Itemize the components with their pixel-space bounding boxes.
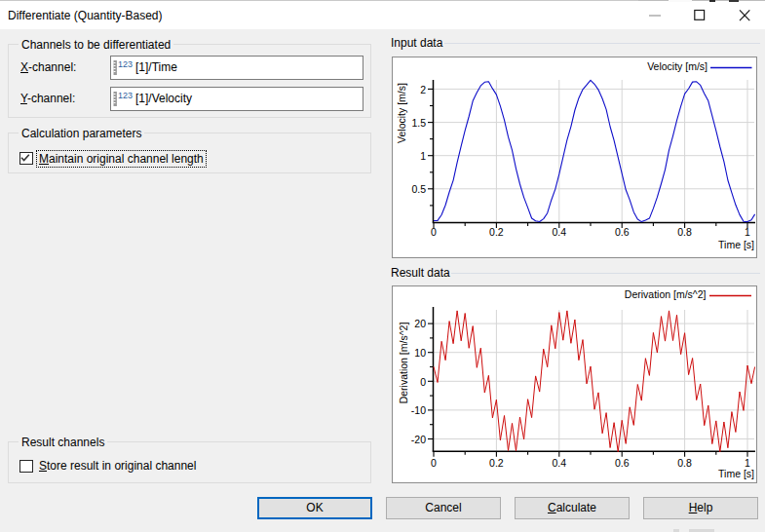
- svg-text:0.8: 0.8: [677, 457, 692, 469]
- svg-text:-10: -10: [411, 404, 426, 416]
- svg-text:0.4: 0.4: [552, 226, 566, 238]
- svg-text:Velocity [m/s]: Velocity [m/s]: [647, 60, 708, 72]
- svg-text:Time [s]: Time [s]: [718, 239, 754, 250]
- svg-text:0: 0: [431, 457, 437, 469]
- svg-text:Derivation [m/s^2]: Derivation [m/s^2]: [625, 288, 707, 300]
- svg-text:0.2: 0.2: [489, 457, 504, 469]
- svg-text:-20: -20: [411, 434, 426, 445]
- svg-text:0.6: 0.6: [615, 457, 630, 469]
- svg-text:Time [s]: Time [s]: [718, 468, 754, 479]
- svg-text:1: 1: [745, 226, 750, 238]
- svg-text:0.2: 0.2: [489, 226, 504, 238]
- svg-text:20: 20: [414, 318, 426, 329]
- svg-text:0.6: 0.6: [615, 226, 630, 238]
- svg-text:Velocity [m/s]: Velocity [m/s]: [396, 83, 407, 143]
- svg-text:Derivation [m/s^2]: Derivation [m/s^2]: [398, 323, 409, 404]
- svg-text:2: 2: [420, 84, 426, 95]
- svg-text:10: 10: [414, 347, 426, 359]
- svg-text:0: 0: [420, 376, 426, 388]
- svg-text:1.5: 1.5: [411, 117, 426, 129]
- svg-text:0.5: 0.5: [411, 183, 426, 195]
- svg-text:1: 1: [420, 150, 426, 162]
- svg-text:0.8: 0.8: [677, 226, 692, 238]
- svg-text:0: 0: [431, 226, 437, 238]
- svg-text:0.4: 0.4: [552, 457, 566, 469]
